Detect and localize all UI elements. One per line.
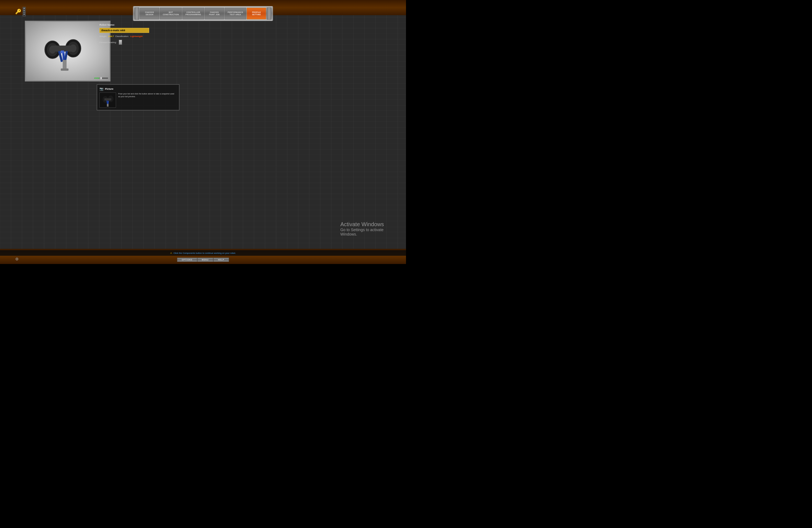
- svg-rect-11: [63, 60, 67, 70]
- weight-label: Weight:: [99, 35, 107, 38]
- classification-label: Classification:: [115, 35, 129, 38]
- zoom-slider[interactable]: [100, 78, 108, 79]
- back-button[interactable]: 🔑 BACK: [15, 7, 26, 16]
- activate-windows-title: Activate Windows: [340, 221, 384, 228]
- weight-row: Weight: 244.7 Classification: Lightweigh…: [99, 35, 199, 38]
- svg-rect-16: [104, 98, 111, 101]
- tab-chassis-design[interactable]: CHASSIS DESIGN: [140, 8, 159, 19]
- robot-name-input[interactable]: [99, 28, 149, 33]
- robot-info-panel: Robot Name: Weight: 244.7 Classification…: [97, 21, 202, 47]
- menu-button[interactable]: MENU: [197, 258, 214, 262]
- status-text: Click the Components button to continue …: [173, 252, 236, 254]
- camera-icon: 📷: [99, 87, 104, 91]
- forward-heading-label: Forward heading:: [99, 41, 117, 44]
- tab-bot-construction[interactable]: BOT CONSTRUCTION: [160, 8, 182, 19]
- weight-value: 244.7: [108, 35, 114, 38]
- picture-thumbnail[interactable]: [99, 92, 116, 108]
- nav-bracket-right: [267, 8, 272, 19]
- tab-chassis-paint-job[interactable]: CHASSIS PAINT JOB: [205, 8, 224, 19]
- zoom-thumb: [100, 77, 102, 79]
- robot-3d-model: [43, 29, 84, 73]
- tab-performance-test-area[interactable]: PERFORMANCE TEST AREA: [224, 8, 246, 19]
- picture-content: Pose your bot and click the button above…: [99, 92, 177, 108]
- key-icon: 🔑: [15, 9, 21, 15]
- nav-bracket-left: [134, 8, 139, 19]
- forward-heading-row: Forward heading:: [99, 40, 199, 45]
- picture-header: 📷 Picture: [99, 87, 177, 91]
- help-button[interactable]: HELP: [213, 258, 229, 262]
- options-button[interactable]: OPTIONS: [177, 258, 197, 262]
- tab-controller-programming[interactable]: CONTROLLER PROGRAMMING: [183, 8, 204, 19]
- gear-icon: ⚙: [15, 257, 19, 261]
- back-label: BACK: [23, 7, 26, 16]
- svg-rect-19: [107, 104, 108, 107]
- header-nav: CHASSIS DESIGN BOT CONSTRUCTION CONTROLL…: [133, 6, 273, 21]
- status-bar: ⚠ Click the Components button to continu…: [0, 250, 406, 256]
- heading-indicator[interactable]: [119, 40, 122, 45]
- picture-title: Picture: [105, 88, 114, 90]
- activate-windows-subtitle: Go to Settings to activate Windows.: [340, 228, 384, 236]
- zoom-label: ZOOM: [94, 77, 99, 79]
- classification-value: Lightweight: [130, 35, 143, 38]
- svg-rect-10: [61, 50, 64, 53]
- tab-profile-setting[interactable]: PROFILE SETTING: [247, 8, 266, 19]
- picture-panel: 📷 Picture Pose your bot and click the bu…: [97, 84, 179, 111]
- status-icon: ⚠: [170, 252, 172, 254]
- picture-description: Pose your bot and click the button above…: [118, 92, 177, 108]
- robot-name-label: Robot Name:: [99, 24, 199, 26]
- svg-rect-12: [61, 69, 69, 71]
- activate-windows-watermark[interactable]: Activate Windows Go to Settings to activ…: [340, 221, 384, 236]
- bottom-nav: OPTIONS MENU HELP: [177, 258, 229, 262]
- zoom-control[interactable]: ZOOM: [94, 77, 108, 79]
